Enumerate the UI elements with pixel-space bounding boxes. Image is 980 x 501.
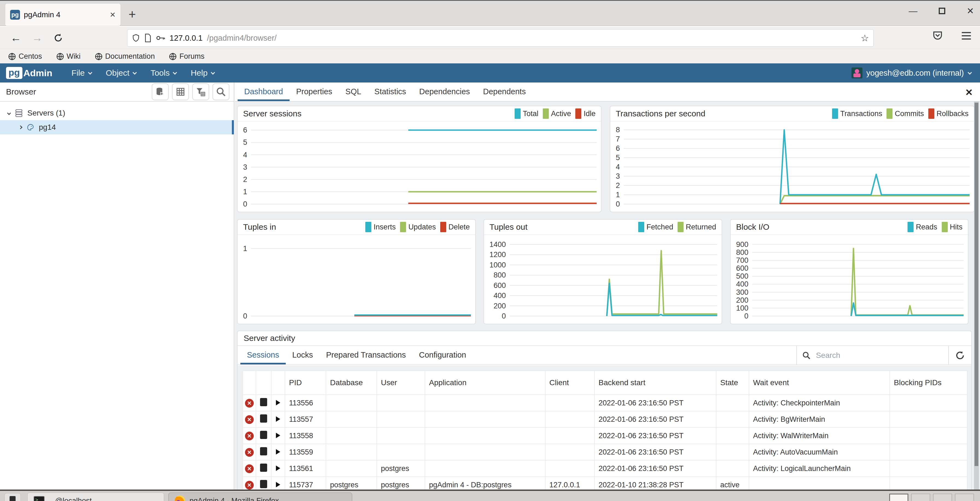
- tree-item-pg14[interactable]: pg14: [0, 120, 234, 135]
- minimize-icon[interactable]: —: [908, 6, 917, 16]
- tab-sql[interactable]: SQL: [339, 83, 368, 101]
- terminate-session-icon[interactable]: ✕: [245, 481, 254, 490]
- cell-blocking_pids: [890, 411, 967, 428]
- expand-row-icon[interactable]: [276, 466, 280, 471]
- terminate-session-icon[interactable]: ✕: [245, 448, 254, 457]
- taskbar-terminal-window[interactable]: ...@localhost...: [27, 493, 164, 501]
- tree-item-label: pg14: [39, 123, 56, 132]
- tab-dependents[interactable]: Dependents: [477, 83, 532, 101]
- cancel-query-icon[interactable]: [260, 398, 267, 406]
- action-cell: [256, 444, 271, 460]
- bookmark-wiki[interactable]: Wiki: [56, 52, 81, 61]
- reload-icon[interactable]: [53, 33, 64, 43]
- column-state: State: [716, 371, 749, 395]
- cancel-query-icon[interactable]: [260, 447, 267, 455]
- cancel-query-icon[interactable]: [260, 480, 267, 488]
- caret-right-icon[interactable]: [19, 125, 22, 129]
- chevron-down-icon: [173, 70, 177, 75]
- workspace-2[interactable]: [911, 494, 930, 501]
- tab-configuration[interactable]: Configuration: [412, 347, 473, 365]
- key-icon[interactable]: [156, 35, 165, 41]
- menu-tools[interactable]: Tools: [150, 68, 176, 78]
- svg-text:2: 2: [243, 175, 247, 184]
- tree-item-servers[interactable]: Servers (1): [0, 106, 234, 120]
- menu-hamburger-icon[interactable]: [961, 31, 972, 40]
- expand-row-icon[interactable]: [276, 433, 280, 438]
- workspace-1[interactable]: [889, 494, 908, 501]
- terminate-session-icon[interactable]: ✕: [245, 431, 254, 440]
- caret-down-icon[interactable]: [7, 111, 11, 115]
- legend-label: Fetched: [646, 223, 673, 231]
- workspace-4[interactable]: [955, 494, 974, 501]
- bookmark-documentation[interactable]: Documentation: [95, 52, 155, 61]
- tab-sessions[interactable]: Sessions: [240, 347, 286, 365]
- pocket-icon[interactable]: [932, 30, 943, 41]
- tab-locks[interactable]: Locks: [286, 347, 320, 365]
- cancel-query-icon[interactable]: [260, 431, 267, 439]
- shield-icon[interactable]: [132, 33, 140, 43]
- tab-statistics[interactable]: Statistics: [368, 83, 413, 101]
- column-action: [243, 371, 256, 395]
- search-tree-button[interactable]: [212, 83, 229, 100]
- page-icon[interactable]: [145, 33, 151, 42]
- tab-dashboard[interactable]: Dashboard: [238, 83, 290, 101]
- globe-icon: [169, 53, 177, 60]
- bookmark-forums[interactable]: Forums: [169, 52, 205, 61]
- expand-row-icon[interactable]: [276, 482, 280, 487]
- grid-view-button[interactable]: [172, 83, 189, 100]
- terminate-session-icon[interactable]: ✕: [245, 465, 254, 473]
- chart-title: Block I/O: [736, 222, 770, 231]
- expand-row-icon[interactable]: [276, 449, 280, 455]
- taskbar-launcher[interactable]: [5, 493, 21, 501]
- legend-label: Total: [523, 109, 538, 118]
- expand-row-icon[interactable]: [276, 400, 280, 405]
- bookmark-star-icon[interactable]: ☆: [861, 33, 869, 43]
- tab-properties[interactable]: Properties: [290, 83, 339, 101]
- menu-object[interactable]: Object: [106, 68, 136, 78]
- taskbar-firefox-window[interactable]: pgAdmin 4 - Mozilla Firefox: [169, 493, 352, 501]
- svg-text:200: 200: [493, 302, 506, 310]
- cell-state: [716, 428, 749, 444]
- tab-prepared-transactions[interactable]: Prepared Transactions: [320, 347, 412, 365]
- svg-text:400: 400: [493, 292, 506, 300]
- menu-help[interactable]: Help: [191, 68, 214, 78]
- cell-pid: 113558: [285, 428, 326, 444]
- column-action: [271, 371, 285, 395]
- action-cell: [256, 411, 271, 428]
- terminate-session-icon[interactable]: ✕: [245, 399, 254, 407]
- tab-close-icon[interactable]: ✕: [110, 11, 116, 19]
- legend-item: Reads: [908, 222, 937, 232]
- panel-close-icon[interactable]: ✕: [965, 87, 973, 98]
- filter-button[interactable]: [192, 83, 209, 100]
- legend-swatch: [365, 222, 371, 232]
- expand-row-icon[interactable]: [276, 416, 280, 422]
- user-menu[interactable]: yogesh@edb.com (internal): [851, 68, 971, 78]
- cancel-query-icon[interactable]: [260, 414, 267, 423]
- back-icon[interactable]: ←: [10, 32, 21, 44]
- sessions-table-header: PIDDatabaseUserApplicationClientBackend …: [243, 371, 967, 395]
- cancel-query-icon[interactable]: [260, 464, 267, 472]
- url-bar[interactable]: 127.0.0.1/pgadmin4/browser/ ☆: [127, 29, 873, 47]
- browser-panel: Browser Servers (1): [0, 82, 234, 490]
- tab-dependencies[interactable]: Dependencies: [413, 83, 476, 101]
- refresh-button[interactable]: [948, 346, 971, 365]
- add-server-button[interactable]: [152, 83, 169, 100]
- new-tab-button[interactable]: +: [129, 7, 136, 22]
- search-box[interactable]: [796, 346, 948, 365]
- search-input[interactable]: [816, 351, 920, 360]
- cell-blocking_pids: [890, 444, 967, 460]
- column-client: Client: [545, 371, 595, 395]
- scrollbar-thumb[interactable]: [975, 103, 978, 466]
- menu-file[interactable]: File: [72, 68, 91, 78]
- maximize-icon[interactable]: [939, 8, 945, 14]
- forward-icon[interactable]: →: [32, 32, 43, 44]
- legend-item: Active: [543, 108, 571, 119]
- window-close-icon[interactable]: ✕: [967, 6, 974, 16]
- cell-pid: 113561: [285, 460, 326, 477]
- bookmark-centos[interactable]: Centos: [8, 52, 42, 61]
- terminate-session-icon[interactable]: ✕: [245, 415, 254, 424]
- workspace-3[interactable]: [933, 494, 952, 501]
- vertical-scrollbar[interactable]: [974, 101, 979, 490]
- browser-tab[interactable]: pg pgAdmin 4 ✕: [5, 3, 121, 26]
- line-chart: 1400120010008006004002000: [484, 235, 722, 324]
